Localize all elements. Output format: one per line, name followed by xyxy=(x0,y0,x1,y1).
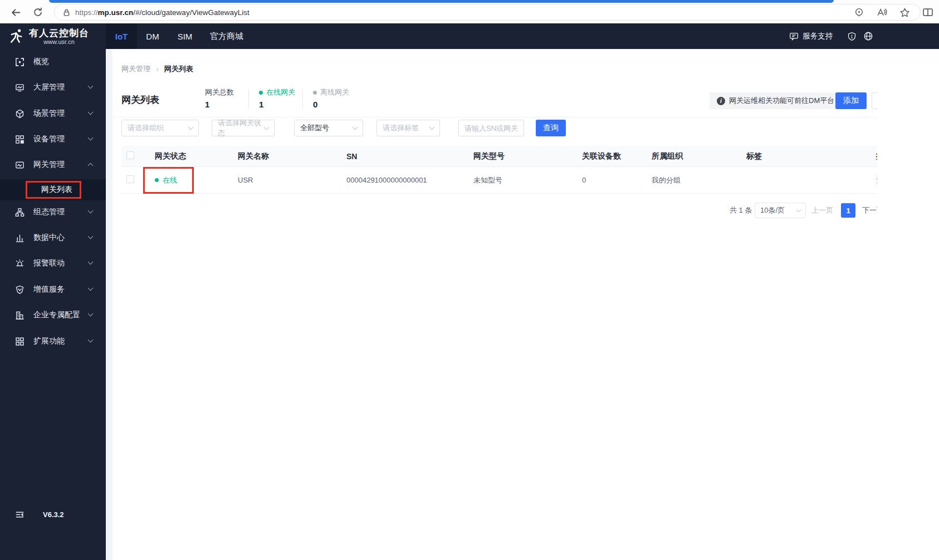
next-page-button[interactable]: 下一页 xyxy=(862,203,877,218)
lock-icon[interactable] xyxy=(62,8,71,17)
gateway-icon xyxy=(15,160,25,170)
prev-page-button[interactable]: 上一页 xyxy=(811,203,833,218)
user-permission-button[interactable] xyxy=(847,32,857,41)
chevron-down-icon xyxy=(88,259,94,265)
url-domain: mp.usr.cn xyxy=(98,8,134,17)
chevron-down-icon xyxy=(88,234,94,239)
chevron-down-icon xyxy=(88,135,94,141)
scene-cube-icon xyxy=(15,109,25,119)
page-title: 网关列表 xyxy=(121,94,159,106)
sn-search-input[interactable] xyxy=(458,120,524,136)
col-tag: 标签 xyxy=(746,151,876,161)
address-bar[interactable]: https://mp.usr.cn/#/cloud/gateway/ViewGa… xyxy=(54,4,921,21)
sidebar-item-bigscreen[interactable]: 大屏管理 xyxy=(0,75,106,100)
geolocation-icon[interactable] xyxy=(854,7,864,18)
globe-icon xyxy=(863,31,873,41)
version-label: V6.3.2 xyxy=(43,510,64,519)
tab-iot[interactable]: IoT xyxy=(106,23,137,49)
chevron-down-icon xyxy=(88,337,94,343)
gateway-status-select[interactable]: 请选择网关状态 xyxy=(212,120,275,136)
main-content: 网关管理 › 网关列表 网关列表 网关总数 1 在线网关 1 离线网关 0 xyxy=(106,49,939,560)
sidebar-item-vas[interactable]: 增值服务 xyxy=(0,277,106,302)
service-support-button[interactable]: 服务支持 xyxy=(789,31,833,41)
shield-icon xyxy=(847,32,857,41)
chevron-down-icon xyxy=(353,125,358,130)
apps-grid-icon xyxy=(15,337,25,346)
building-icon xyxy=(15,311,25,320)
table-header-row: 网关状态 网关名称 SN 网关型号 关联设备数 所属组织 标签 操作 xyxy=(121,146,877,167)
sidebar-item-alarm[interactable]: 报警联动 xyxy=(0,250,106,276)
device-blocks-icon xyxy=(15,135,25,144)
browser-back-button[interactable] xyxy=(8,4,23,20)
sidebar-item-scene[interactable]: 场景管理 xyxy=(0,101,106,126)
screen: https://mp.usr.cn/#/cloud/gateway/ViewGa… xyxy=(0,0,939,560)
browser-refresh-button[interactable] xyxy=(30,4,46,20)
section-divider xyxy=(113,117,877,117)
tag-select[interactable]: 请选择标签 xyxy=(376,120,440,136)
sidebar-item-overview[interactable]: 概览 xyxy=(0,49,106,75)
clipped-button-edge[interactable] xyxy=(872,92,877,109)
sidebar-item-datacenter[interactable]: 数据中心 xyxy=(0,225,106,250)
current-page-button[interactable]: 1 xyxy=(841,203,855,218)
url-path: /#/cloud/gateway/ViewGatewayList xyxy=(133,8,249,17)
browser-tab-strip[interactable] xyxy=(49,0,834,3)
breadcrumb: 网关管理 › 网关列表 xyxy=(121,64,193,74)
org-cell: 我的分组 xyxy=(652,175,746,185)
language-globe-button[interactable] xyxy=(863,31,873,41)
top-nav: IoT DM SIM 官方商城 xyxy=(106,23,252,49)
col-sn: SN xyxy=(346,152,473,161)
row-checkbox[interactable] xyxy=(126,175,134,183)
tab-official-store[interactable]: 官方商城 xyxy=(202,23,252,49)
favorite-star-icon[interactable] xyxy=(899,7,910,18)
tab-dm[interactable]: DM xyxy=(137,23,168,49)
sidebar-item-gateway[interactable]: 网关管理 xyxy=(0,152,106,178)
page-size-select[interactable]: 10条/页 xyxy=(755,203,806,218)
chevron-down-icon xyxy=(429,125,435,130)
split-screen-icon[interactable] xyxy=(920,4,936,20)
header-actions: 服务支持 xyxy=(789,23,873,49)
gateway-status-cell: 在线 xyxy=(155,175,238,185)
overview-icon xyxy=(15,57,25,67)
app-header: 有人云控制台 www.usr.cn IoT DM SIM 官方商城 服务支持 xyxy=(0,23,939,49)
view-link[interactable]: 查看 xyxy=(876,175,877,185)
brand-title: 有人云控制台 xyxy=(29,28,89,38)
search-button[interactable]: 查询 xyxy=(536,120,566,136)
stat-total-value: 1 xyxy=(205,100,248,109)
model-select[interactable]: 全部型号 xyxy=(294,120,363,136)
sidebar-footer: V6.3.2 xyxy=(0,506,106,523)
tab-sim[interactable]: SIM xyxy=(168,23,202,49)
select-all-checkbox[interactable] xyxy=(126,151,134,159)
sidebar-item-extensions[interactable]: 扩展功能 xyxy=(0,328,106,354)
add-gateway-button[interactable]: 添加 xyxy=(835,92,867,109)
brand-subtitle: www.usr.cn xyxy=(43,38,75,45)
org-select[interactable]: 请选择组织 xyxy=(121,120,199,136)
read-aloud-icon[interactable] xyxy=(877,7,887,18)
sidebar-item-configuration[interactable]: 组态管理 xyxy=(0,199,106,225)
online-dot-icon xyxy=(155,178,159,182)
stat-offline-gateways: 离线网关 0 xyxy=(313,88,356,109)
chevron-up-icon xyxy=(88,163,94,169)
device-count-cell: 0 xyxy=(582,176,652,184)
stat-online-gateways: 在线网关 1 xyxy=(259,88,302,109)
browser-toolbar: https://mp.usr.cn/#/cloud/gateway/ViewGa… xyxy=(0,0,939,23)
chevron-down-icon xyxy=(188,125,194,130)
col-devices: 关联设备数 xyxy=(582,151,652,161)
online-dot-icon xyxy=(259,91,263,95)
gateway-sn-cell: 00004291000000000001 xyxy=(346,176,473,184)
chevron-down-icon xyxy=(88,83,94,89)
col-org: 所属组织 xyxy=(652,151,746,161)
sitemap-icon xyxy=(15,208,25,217)
collapse-sidebar-icon[interactable] xyxy=(15,510,25,519)
info-icon: i xyxy=(717,97,725,105)
gateway-table: 网关状态 网关名称 SN 网关型号 关联设备数 所属组织 标签 操作 在线 US… xyxy=(121,146,877,194)
breadcrumb-parent[interactable]: 网关管理 xyxy=(121,64,150,74)
sidebar-item-gateway-list[interactable]: 网关列表 xyxy=(0,179,106,200)
col-model: 网关型号 xyxy=(473,151,582,161)
breadcrumb-separator: › xyxy=(156,65,159,73)
dm-info-banner: i 网关运维相关功能可前往DM平台 xyxy=(710,92,842,109)
url-scheme: https:// xyxy=(75,8,98,17)
brand-logo[interactable]: 有人云控制台 www.usr.cn xyxy=(8,23,89,49)
sidebar-item-device[interactable]: 设备管理 xyxy=(0,126,106,152)
url-text[interactable]: https://mp.usr.cn/#/cloud/gateway/ViewGa… xyxy=(75,8,854,17)
sidebar-item-enterprise[interactable]: 企业专属配置 xyxy=(0,302,106,328)
